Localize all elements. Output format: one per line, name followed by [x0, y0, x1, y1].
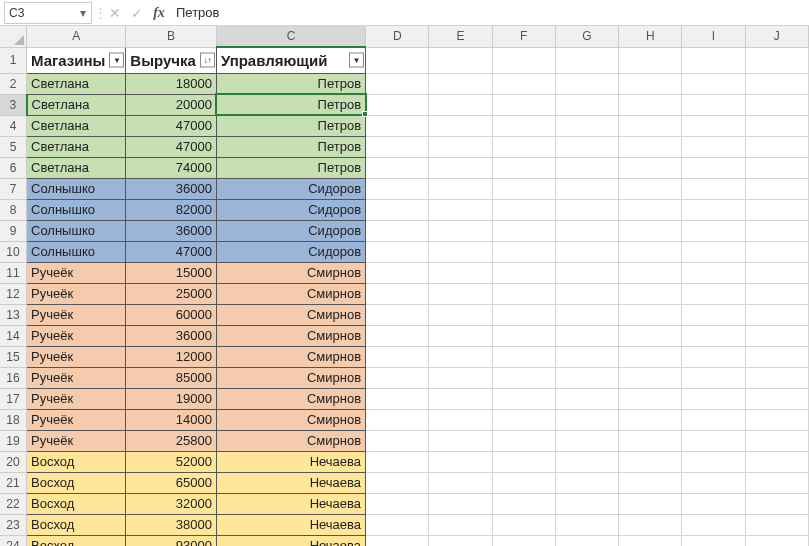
- name-box[interactable]: C3 ▾: [4, 2, 92, 24]
- cell[interactable]: [492, 199, 555, 220]
- cell[interactable]: Ручеёк: [27, 409, 126, 430]
- cell[interactable]: [366, 220, 429, 241]
- cell[interactable]: 93000: [126, 535, 217, 546]
- cell[interactable]: [745, 115, 808, 136]
- cell[interactable]: Восход: [27, 535, 126, 546]
- cell[interactable]: [619, 388, 682, 409]
- cell[interactable]: [555, 73, 618, 94]
- cell[interactable]: 38000: [126, 514, 217, 535]
- cell[interactable]: 14000: [126, 409, 217, 430]
- header-cell[interactable]: [555, 47, 618, 73]
- cell[interactable]: [745, 535, 808, 546]
- cell[interactable]: [682, 472, 745, 493]
- cell[interactable]: [745, 73, 808, 94]
- cell[interactable]: [492, 451, 555, 472]
- cell[interactable]: Ручеёк: [27, 346, 126, 367]
- filter-dropdown-icon[interactable]: ↓↑: [200, 53, 215, 68]
- cell[interactable]: [555, 94, 618, 115]
- cell[interactable]: [745, 241, 808, 262]
- cell[interactable]: [619, 136, 682, 157]
- col-header[interactable]: C: [216, 26, 365, 47]
- cell[interactable]: [555, 472, 618, 493]
- cell[interactable]: [745, 514, 808, 535]
- cell[interactable]: [555, 325, 618, 346]
- header-cell[interactable]: [366, 47, 429, 73]
- cell[interactable]: [745, 136, 808, 157]
- cell[interactable]: [366, 157, 429, 178]
- cell[interactable]: [745, 220, 808, 241]
- cell[interactable]: [429, 241, 492, 262]
- row-header[interactable]: 19: [0, 430, 27, 451]
- fx-icon[interactable]: fx: [148, 2, 170, 24]
- cell[interactable]: Солнышко: [27, 199, 126, 220]
- cell[interactable]: [682, 94, 745, 115]
- cell[interactable]: [745, 388, 808, 409]
- cell[interactable]: [366, 367, 429, 388]
- cell[interactable]: [555, 157, 618, 178]
- cell[interactable]: [745, 304, 808, 325]
- cell[interactable]: [619, 430, 682, 451]
- cell[interactable]: [555, 367, 618, 388]
- cell[interactable]: 25000: [126, 283, 217, 304]
- cell[interactable]: [492, 220, 555, 241]
- cell[interactable]: Смирнов: [216, 283, 365, 304]
- header-cell[interactable]: [492, 47, 555, 73]
- cell[interactable]: 85000: [126, 367, 217, 388]
- filter-dropdown-icon[interactable]: ▼: [109, 53, 124, 68]
- cell[interactable]: Смирнов: [216, 367, 365, 388]
- cell[interactable]: [492, 346, 555, 367]
- cell[interactable]: Нечаева: [216, 514, 365, 535]
- cell[interactable]: [619, 262, 682, 283]
- cell[interactable]: [492, 304, 555, 325]
- header-cell[interactable]: Магазины▼: [27, 47, 126, 73]
- row-header[interactable]: 24: [0, 535, 27, 546]
- row-header[interactable]: 20: [0, 451, 27, 472]
- cell[interactable]: Солнышко: [27, 178, 126, 199]
- cell[interactable]: [619, 451, 682, 472]
- cell[interactable]: [429, 283, 492, 304]
- cell[interactable]: [619, 94, 682, 115]
- cell[interactable]: [682, 178, 745, 199]
- cell[interactable]: [366, 115, 429, 136]
- header-cell[interactable]: [745, 47, 808, 73]
- cell[interactable]: Сидоров: [216, 220, 365, 241]
- cell[interactable]: [429, 325, 492, 346]
- cell[interactable]: [745, 430, 808, 451]
- col-header[interactable]: B: [126, 26, 217, 47]
- cell[interactable]: Петров: [216, 157, 365, 178]
- cell[interactable]: [366, 388, 429, 409]
- cell[interactable]: [745, 493, 808, 514]
- row-header[interactable]: 15: [0, 346, 27, 367]
- cell[interactable]: 47000: [126, 115, 217, 136]
- cell[interactable]: 65000: [126, 472, 217, 493]
- cell[interactable]: Светлана: [27, 94, 126, 115]
- cell[interactable]: [745, 262, 808, 283]
- cell[interactable]: [366, 514, 429, 535]
- cell[interactable]: Ручеёк: [27, 388, 126, 409]
- cell[interactable]: [492, 367, 555, 388]
- cell[interactable]: [429, 367, 492, 388]
- cell[interactable]: 32000: [126, 493, 217, 514]
- cell[interactable]: [682, 136, 745, 157]
- cell[interactable]: [366, 283, 429, 304]
- cell[interactable]: [619, 367, 682, 388]
- cell[interactable]: Нечаева: [216, 472, 365, 493]
- cell[interactable]: [619, 472, 682, 493]
- cell[interactable]: [366, 535, 429, 546]
- cell[interactable]: Петров: [216, 115, 365, 136]
- row-header[interactable]: 12: [0, 283, 27, 304]
- cell[interactable]: [555, 178, 618, 199]
- cell[interactable]: Ручеёк: [27, 367, 126, 388]
- cell[interactable]: [682, 493, 745, 514]
- cell[interactable]: [682, 430, 745, 451]
- cell[interactable]: Смирнов: [216, 262, 365, 283]
- header-cell[interactable]: Выручка↓↑: [126, 47, 217, 73]
- cell[interactable]: [619, 493, 682, 514]
- row-header[interactable]: 8: [0, 199, 27, 220]
- cell[interactable]: [682, 220, 745, 241]
- cell[interactable]: [429, 199, 492, 220]
- cell[interactable]: [429, 535, 492, 546]
- chevron-down-icon[interactable]: ▾: [77, 5, 89, 21]
- col-header[interactable]: D: [366, 26, 429, 47]
- cell[interactable]: [555, 241, 618, 262]
